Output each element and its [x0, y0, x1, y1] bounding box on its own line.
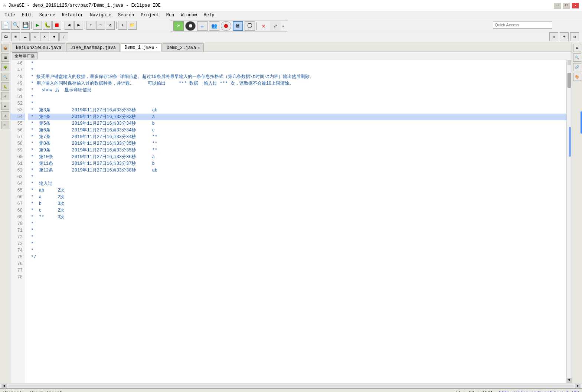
code-line[interactable]: * 输入过	[28, 180, 566, 187]
navigate-back[interactable]: ⬅	[86, 21, 95, 30]
code-line[interactable]: * 用户输入的同时保存输入过的数据种类，并计数。 可以输出 *** 数据 输入过…	[28, 80, 566, 87]
debug-tab[interactable]: 🐛	[1, 82, 9, 91]
perspective-icon[interactable]: ⊞	[549, 32, 558, 41]
code-editor[interactable]: 4647484950515253545556575859606162636465…	[10, 60, 572, 383]
right-toolbar-up[interactable]: ▲	[573, 44, 581, 52]
close-button[interactable]: ✕	[572, 3, 579, 9]
tab-demo1[interactable]: Demo_1.java ✕	[121, 43, 162, 52]
tasks-icon[interactable]: ✓	[59, 32, 68, 41]
tab-close-demo1[interactable]: ✕	[156, 45, 158, 50]
tab-demo2[interactable]: Demo_2.java ✕	[163, 43, 204, 52]
right-toolbar-zoom[interactable]: 🔍	[573, 53, 581, 62]
code-line[interactable]: * 第5条 2019年11月27日16点33分34秒 b	[28, 120, 566, 127]
screen-share-button[interactable]: 🖥	[233, 21, 243, 31]
code-line[interactable]: *	[28, 234, 566, 241]
new-button[interactable]: 📄	[1, 21, 10, 30]
tab-close-demo2[interactable]: ✕	[197, 46, 200, 50]
scroll-bottom-arrow[interactable]: ▼	[567, 378, 572, 383]
code-line[interactable]: *	[28, 220, 566, 227]
code-line[interactable]: * 第12条 2019年11月27日16点33分38秒 ab	[28, 167, 566, 174]
menu-file[interactable]: File	[1, 12, 18, 19]
code-line[interactable]: * ab 2次	[28, 187, 566, 194]
h-scroll-right[interactable]: ▶	[575, 384, 581, 388]
menu-search[interactable]: Search	[115, 12, 137, 19]
code-line[interactable]: *	[28, 247, 566, 254]
code-line[interactable]	[28, 267, 566, 274]
close-red-button[interactable]: ✕	[258, 21, 269, 31]
code-line[interactable]: * 第3条 2019年11月27日16点33分33秒 ab	[28, 107, 566, 114]
pencil-button[interactable]: ✏	[197, 21, 207, 31]
stop-button[interactable]: ⏹	[52, 21, 61, 30]
user-group-button[interactable]: 👥	[209, 21, 219, 31]
minimize-button[interactable]: ─	[554, 3, 561, 9]
tasks-tab[interactable]: ✓	[1, 92, 9, 100]
project-explorer-icon[interactable]: 🗂	[1, 32, 10, 41]
code-line[interactable]	[28, 274, 566, 281]
package-explorer-tab[interactable]: 📦	[1, 44, 9, 52]
maximize-button[interactable]: □	[563, 3, 570, 9]
open-perspective-icon[interactable]: +	[560, 32, 569, 41]
outline-tab[interactable]: ☰	[1, 53, 9, 62]
code-line[interactable]: * 接受用户键盘输入的数据，最多保存10条 详细信息。超过10条后将最早输入的一…	[28, 74, 566, 80]
run-button[interactable]: ▶	[33, 21, 42, 30]
code-line[interactable]: *	[28, 100, 566, 107]
open-type-button[interactable]: T	[118, 21, 127, 30]
record-red-button[interactable]: ⏺	[221, 21, 231, 31]
code-line[interactable]: * a 2次	[28, 194, 566, 200]
breakpoints-icon[interactable]: ●	[50, 32, 59, 41]
record-button[interactable]: ⏺	[185, 21, 196, 31]
vertical-scrollbar[interactable]: ▼	[566, 60, 572, 383]
problems-icon[interactable]: ⚠	[30, 32, 39, 41]
code-content[interactable]: * * * 接受用户键盘输入的数据，最多保存10条 详细信息。超过10条后将最早…	[25, 60, 566, 383]
refresh-button[interactable]: ↺	[106, 21, 115, 30]
code-line[interactable]: */	[28, 254, 566, 261]
forward-button[interactable]: ▶	[74, 21, 83, 30]
menu-refactor[interactable]: Refactor	[59, 12, 86, 19]
code-line[interactable]: * 第9条 2019年11月27日16点33分35秒 **	[28, 147, 566, 154]
quick-access-input[interactable]	[493, 21, 552, 29]
problems-tab[interactable]: ⚠	[1, 111, 9, 120]
title-bar-right[interactable]: ─ □ ✕	[554, 3, 579, 9]
tab-neiCunXieLou[interactable]: NeiCunXieLou.java	[12, 43, 65, 52]
fullscreen-button[interactable]: 全屏幕广播	[12, 52, 37, 59]
h-scroll-track[interactable]	[7, 385, 575, 388]
save-button[interactable]: 💾	[21, 21, 30, 30]
search-tab[interactable]: 🔍	[1, 73, 9, 81]
outline-icon[interactable]: ≡	[11, 32, 20, 41]
code-line[interactable]: *	[28, 227, 566, 234]
code-line[interactable]: *	[28, 60, 566, 67]
console-tab[interactable]: ▬	[1, 102, 9, 110]
menu-window[interactable]: Window	[178, 12, 200, 19]
vars-icon[interactable]: x	[40, 32, 49, 41]
right-toolbar-link[interactable]: 🔗	[573, 63, 581, 71]
hierarchy-tab[interactable]: 🌳	[1, 63, 9, 71]
code-line[interactable]: * 第11条 2019年11月27日16点33分37秒 b	[28, 160, 566, 167]
code-line[interactable]: *	[28, 67, 566, 74]
navigate-fwd[interactable]: ➡	[96, 21, 105, 30]
back-button[interactable]: ◀	[65, 21, 73, 30]
code-line[interactable]	[28, 261, 566, 267]
code-line[interactable]: * 第4条 2019年11月27日16点33分33秒 a	[28, 114, 566, 120]
code-line[interactable]: * ** 3次	[28, 214, 566, 220]
menu-help[interactable]: Help	[201, 12, 218, 19]
menu-project[interactable]: Project	[138, 12, 162, 19]
debug-button[interactable]: 🐛	[43, 21, 52, 30]
console-icon[interactable]: ▬	[21, 32, 30, 41]
code-line[interactable]: * 第6条 2019年11月27日16点33分34秒 c	[28, 127, 566, 134]
right-toolbar-palette[interactable]: 🎨	[573, 73, 581, 81]
code-line[interactable]: * b 3次	[28, 200, 566, 207]
monitor-arrow-button[interactable]: 🖵	[245, 21, 255, 31]
scroll-thumb[interactable]	[568, 73, 571, 88]
green-arrow-button[interactable]: ➤	[173, 21, 184, 31]
expand-floating-button[interactable]: ⤢	[270, 21, 281, 31]
code-line[interactable]: * 第10条 2019年11月27日16点33分36秒 a	[28, 154, 566, 160]
horizontal-scrollbar[interactable]: ◀ ▶	[0, 383, 582, 388]
code-line[interactable]: * 第7条 2019年11月27日16点33分34秒 **	[28, 134, 566, 140]
code-line[interactable]: * c 2次	[28, 207, 566, 214]
code-line[interactable]: * 第8条 2019年11月27日16点33分35秒 **	[28, 140, 566, 147]
git-tab[interactable]: ⑂	[1, 121, 9, 129]
h-scroll-left[interactable]: ◀	[1, 384, 7, 388]
menu-edit[interactable]: Edit	[19, 12, 36, 19]
code-line[interactable]: *	[28, 174, 566, 180]
code-line[interactable]: *	[28, 94, 566, 100]
